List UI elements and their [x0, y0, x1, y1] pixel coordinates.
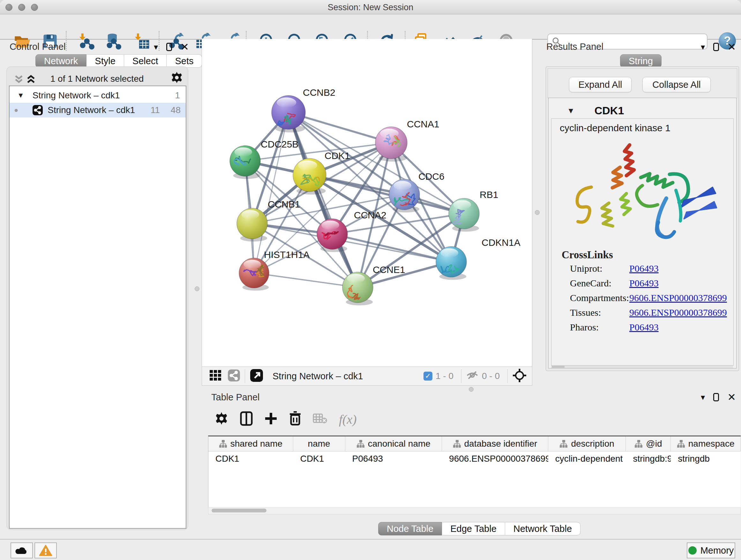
- collapse-panel-icon[interactable]: ▾: [701, 42, 705, 52]
- collection-expand-icon[interactable]: ▼: [17, 91, 24, 100]
- close-panel-icon[interactable]: ✕: [180, 42, 189, 52]
- float-panel-icon[interactable]: [713, 43, 719, 51]
- string-network-indicator-icon[interactable]: [227, 369, 240, 383]
- tab-edge-table[interactable]: Edge Table: [442, 522, 505, 536]
- network-collection-row[interactable]: ▼ String Network – cdk1 1: [10, 88, 186, 103]
- float-panel-icon[interactable]: [713, 393, 719, 401]
- tab-style[interactable]: Style: [86, 54, 124, 68]
- table-horizontal-scrollbar[interactable]: [208, 507, 741, 514]
- column-header-namespace[interactable]: namespace: [671, 436, 741, 451]
- bottom-splitter-handle[interactable]: [469, 387, 474, 392]
- gene-description: cyclin-dependent kinase 1: [560, 123, 670, 133]
- control-panel-tabs: NetworkStyleSelectSets: [36, 54, 202, 68]
- table-cell[interactable]: stringdb:9...: [626, 451, 671, 466]
- network-view-canvas[interactable]: CCNB2CCNA1CDC25BCDK1CDC6RB1CCNB1CCNA2CDK…: [202, 39, 532, 367]
- table-row[interactable]: CDK1CDK1P064939606.ENSP00000378699cyclin…: [208, 451, 741, 466]
- crosslink-value-link[interactable]: P06493: [629, 263, 659, 274]
- table-cell[interactable]: CDK1: [208, 451, 293, 466]
- node-label-hist1h1a: HIST1H1A: [264, 249, 310, 260]
- node-cdkn1a[interactable]: CDKN1A: [436, 237, 521, 280]
- column-header-database-identifier[interactable]: database identifier: [442, 436, 548, 451]
- collapse-panel-icon[interactable]: ▾: [154, 42, 158, 52]
- delete-column-trash-icon[interactable]: [289, 411, 301, 427]
- open-in-window-icon[interactable]: [250, 368, 264, 384]
- import-network-database-button[interactable]: [104, 32, 122, 50]
- main-toolbar: ?: [0, 14, 741, 40]
- network-footer-title: String Network – cdk1: [273, 371, 363, 381]
- float-panel-icon[interactable]: [166, 43, 172, 51]
- crosslink-label: Tissues:: [570, 307, 629, 318]
- tab-network[interactable]: Network: [36, 54, 86, 68]
- crosslink-label: GeneCard:: [570, 278, 629, 289]
- table-panel-header-icons: ▾ ✕: [701, 392, 736, 402]
- footer-separator: [245, 369, 245, 383]
- memory-button[interactable]: Memory: [687, 543, 735, 558]
- crosslink-value-link[interactable]: P06493: [629, 278, 659, 289]
- column-tree-icon: [453, 440, 461, 448]
- node-label-ccne1: CCNE1: [373, 264, 405, 275]
- column-header--id[interactable]: @id: [626, 436, 671, 451]
- show-columns-icon[interactable]: [240, 411, 253, 427]
- crosslink-value-link[interactable]: P06493: [629, 322, 659, 333]
- hidden-counts: 0 - 0: [482, 371, 500, 381]
- cloud-icon: [15, 546, 29, 555]
- tab-node-table[interactable]: Node Table: [378, 522, 442, 536]
- table-options-gear-icon[interactable]: [214, 412, 228, 427]
- control-panel-header: Control Panel: [10, 42, 66, 52]
- create-column-plus-icon[interactable]: [264, 412, 278, 427]
- collapse-all-button[interactable]: Collapse All: [643, 77, 711, 92]
- column-label: shared name: [230, 439, 282, 449]
- edge-ccne1-hist1h1a[interactable]: [254, 273, 358, 287]
- close-panel-icon[interactable]: ✕: [727, 42, 736, 52]
- gene-collapse-icon[interactable]: ▼: [567, 106, 575, 115]
- cloud-status-button[interactable]: [10, 543, 33, 558]
- birdseye-grid-icon[interactable]: [209, 369, 222, 383]
- close-panel-icon[interactable]: ✕: [727, 392, 736, 402]
- column-header-shared-name[interactable]: shared name: [208, 436, 293, 451]
- network-view-footer: String Network – cdk1 ✓ 1 - 0 0 - 0: [202, 367, 532, 386]
- selected-checkbox-icon[interactable]: ✓: [423, 372, 432, 381]
- network-row-label: String Network – cdk1: [48, 105, 135, 115]
- results-scrollbar[interactable]: [551, 366, 733, 368]
- tab-select[interactable]: Select: [124, 54, 167, 68]
- table-panel-title: Table Panel: [211, 392, 260, 402]
- current-network-bullet-icon: ●: [14, 106, 18, 114]
- column-header-description[interactable]: description: [548, 436, 626, 451]
- crosslink-value-link[interactable]: 9606.ENSP00000378699: [629, 307, 727, 318]
- table-panel-tabs: Node TableEdge TableNetwork Table: [378, 522, 581, 536]
- node-label-cdc25b: CDC25B: [261, 139, 298, 149]
- node-hist1h1a[interactable]: HIST1H1A: [239, 249, 310, 291]
- table-cell[interactable]: cyclin-dependent ...: [548, 451, 626, 466]
- import-network-file-icon: [78, 33, 94, 50]
- warning-icon: [39, 545, 52, 556]
- memory-label: Memory: [700, 545, 734, 556]
- fit-selected-crosshair-icon[interactable]: [512, 368, 527, 384]
- column-tree-icon: [559, 440, 568, 448]
- crosslink-value-link[interactable]: 9606.ENSP00000378699: [629, 293, 727, 303]
- tab-network-table[interactable]: Network Table: [505, 522, 581, 536]
- column-header-canonical-name[interactable]: canonical name: [345, 436, 442, 451]
- collapse-panel-icon[interactable]: ▾: [701, 392, 705, 402]
- import-table-file-button[interactable]: [133, 32, 151, 50]
- network-edge-count: 48: [171, 105, 181, 115]
- gene-details: cyclin-dependent kinase 1: [551, 118, 734, 366]
- expand-all-button[interactable]: Expand All: [569, 77, 631, 92]
- warnings-button[interactable]: [35, 543, 57, 558]
- network-options-gear-icon[interactable]: [171, 71, 183, 85]
- collection-count: 1: [175, 90, 180, 101]
- table-cell[interactable]: CDK1: [293, 451, 345, 466]
- column-header-name[interactable]: name: [293, 436, 345, 451]
- table-cell[interactable]: P06493: [345, 451, 442, 466]
- edge-ccna2-cdkn1a[interactable]: [332, 234, 451, 262]
- tab-string[interactable]: String: [620, 54, 662, 68]
- tab-sets[interactable]: Sets: [166, 54, 202, 68]
- right-splitter-handle[interactable]: [535, 210, 540, 215]
- table-cell[interactable]: 9606.ENSP00000378699: [442, 451, 548, 466]
- network-graph[interactable]: CCNB2CCNA1CDC25BCDK1CDC6RB1CCNB1CCNA2CDK…: [202, 39, 532, 367]
- node-rb1[interactable]: RB1: [449, 189, 498, 232]
- left-splitter-handle[interactable]: [195, 287, 199, 291]
- import-network-file-button[interactable]: [77, 32, 95, 50]
- network-row-selected[interactable]: ● String Network – cdk1 11 48: [10, 103, 186, 118]
- table-cell[interactable]: stringdb: [671, 451, 741, 466]
- node-ccna1[interactable]: CCNA1: [375, 119, 440, 162]
